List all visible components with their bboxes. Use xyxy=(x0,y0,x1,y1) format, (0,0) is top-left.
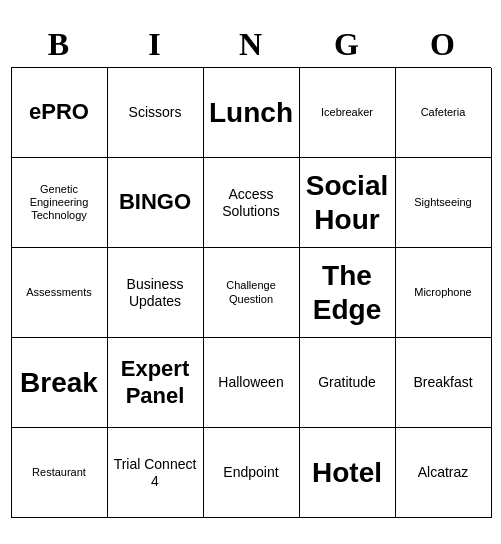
cell-r3-c0: Break xyxy=(12,338,108,428)
cell-r1-c0: Genetic Engineering Technology xyxy=(12,158,108,248)
cell-r2-c3: The Edge xyxy=(300,248,396,338)
bingo-grid: ePROScissorsLunchIcebreakerCafeteriaGene… xyxy=(11,67,491,518)
cell-text-r4-c1: Trial Connect 4 xyxy=(112,456,199,490)
cell-r3-c1: Expert Panel xyxy=(108,338,204,428)
cell-r0-c0: ePRO xyxy=(12,68,108,158)
cell-text-r0-c3: Icebreaker xyxy=(321,106,373,119)
cell-text-r4-c2: Endpoint xyxy=(223,464,278,481)
cell-text-r2-c3: The Edge xyxy=(304,259,391,326)
cell-text-r2-c4: Microphone xyxy=(414,286,471,299)
cell-r1-c3: Social Hour xyxy=(300,158,396,248)
cell-r3-c2: Halloween xyxy=(204,338,300,428)
header-letter-b: B xyxy=(11,26,107,63)
cell-text-r3-c1: Expert Panel xyxy=(112,356,199,409)
cell-text-r1-c2: Access Solutions xyxy=(208,186,295,220)
cell-text-r0-c4: Cafeteria xyxy=(421,106,466,119)
cell-text-r4-c0: Restaurant xyxy=(32,466,86,479)
bingo-header: BINGO xyxy=(11,26,491,63)
cell-r2-c0: Assessments xyxy=(12,248,108,338)
cell-text-r2-c0: Assessments xyxy=(26,286,91,299)
cell-text-r2-c2: Challenge Question xyxy=(208,279,295,305)
cell-text-r4-c3: Hotel xyxy=(312,456,382,490)
cell-r4-c2: Endpoint xyxy=(204,428,300,518)
header-letter-i: I xyxy=(107,26,203,63)
cell-text-r1-c1: BINGO xyxy=(119,189,191,215)
cell-text-r3-c2: Halloween xyxy=(218,374,283,391)
cell-text-r2-c1: Business Updates xyxy=(112,276,199,310)
cell-text-r0-c0: ePRO xyxy=(29,99,89,125)
cell-r4-c1: Trial Connect 4 xyxy=(108,428,204,518)
cell-text-r1-c3: Social Hour xyxy=(304,169,391,236)
cell-r0-c3: Icebreaker xyxy=(300,68,396,158)
cell-r4-c3: Hotel xyxy=(300,428,396,518)
cell-r2-c1: Business Updates xyxy=(108,248,204,338)
bingo-card: BINGO ePROScissorsLunchIcebreakerCafeter… xyxy=(11,26,491,518)
cell-r0-c4: Cafeteria xyxy=(396,68,492,158)
cell-text-r0-c1: Scissors xyxy=(129,104,182,121)
cell-r2-c4: Microphone xyxy=(396,248,492,338)
cell-r1-c1: BINGO xyxy=(108,158,204,248)
cell-text-r0-c2: Lunch xyxy=(209,96,293,130)
cell-r3-c4: Breakfast xyxy=(396,338,492,428)
cell-text-r1-c4: Sightseeing xyxy=(414,196,472,209)
cell-r3-c3: Gratitude xyxy=(300,338,396,428)
cell-r0-c1: Scissors xyxy=(108,68,204,158)
cell-r1-c2: Access Solutions xyxy=(204,158,300,248)
cell-text-r4-c4: Alcatraz xyxy=(418,464,469,481)
cell-text-r3-c3: Gratitude xyxy=(318,374,376,391)
cell-text-r3-c0: Break xyxy=(20,366,98,400)
header-letter-g: G xyxy=(299,26,395,63)
cell-r1-c4: Sightseeing xyxy=(396,158,492,248)
cell-r4-c4: Alcatraz xyxy=(396,428,492,518)
cell-text-r3-c4: Breakfast xyxy=(413,374,472,391)
header-letter-o: O xyxy=(395,26,491,63)
cell-r0-c2: Lunch xyxy=(204,68,300,158)
header-letter-n: N xyxy=(203,26,299,63)
cell-r4-c0: Restaurant xyxy=(12,428,108,518)
cell-r2-c2: Challenge Question xyxy=(204,248,300,338)
cell-text-r1-c0: Genetic Engineering Technology xyxy=(16,183,103,223)
